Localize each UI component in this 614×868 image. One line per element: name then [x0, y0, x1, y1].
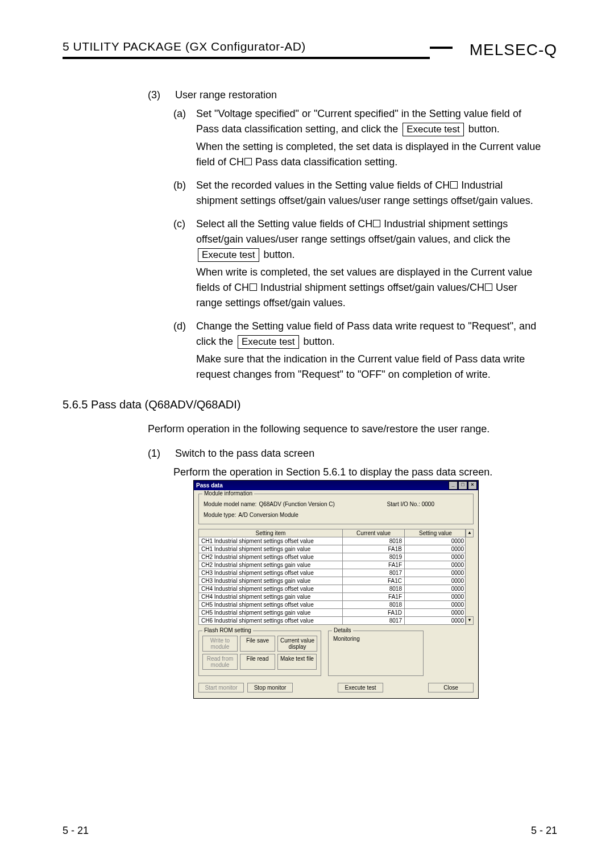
- cell-setting-item: CH5 Industrial shipment settings gain va…: [199, 609, 343, 617]
- start-monitor-button[interactable]: Start monitor: [198, 683, 244, 692]
- cell-current-value: 8018: [343, 585, 405, 593]
- channel-placeholder-icon: [373, 220, 380, 227]
- table-row[interactable]: CH6 Industrial shipment settings offset …: [199, 617, 474, 625]
- page-number-left: 5 - 21: [63, 825, 89, 837]
- cell-current-value: FA1D: [343, 609, 405, 617]
- item-d-line1a: Change the Setting value field of Pass d…: [196, 320, 536, 332]
- start-io-label: Start I/O No.:: [387, 501, 420, 507]
- close-button[interactable]: ×: [468, 481, 477, 490]
- close-dialog-button[interactable]: Close: [428, 683, 474, 692]
- cell-current-value: FA1C: [343, 577, 405, 585]
- cell-setting-value[interactable]: 0000: [405, 601, 474, 609]
- module-information-title: Module information: [202, 490, 254, 496]
- chapter-title: 5 UTILITY PACKAGE (GX Configurator-AD): [63, 40, 306, 53]
- maximize-button[interactable]: □: [458, 481, 467, 490]
- scroll-down-button[interactable]: ▼: [466, 616, 474, 625]
- sec3-title: User range restoration: [175, 87, 277, 103]
- item-c-line2b-b: Industrial shipment settings offset/gain…: [258, 282, 484, 293]
- item-a-line1b: Pass data classification setting, and cl…: [196, 123, 401, 135]
- item-c-line1b: offset/gain values/user range settings o…: [196, 233, 511, 245]
- item-d-line1b-a: click the: [196, 336, 236, 347]
- cell-current-value: FA1F: [343, 593, 405, 601]
- flash-rom-title: Flash ROM setting: [202, 627, 253, 633]
- module-type-value: A/D Conversion Module: [238, 512, 298, 518]
- cell-current-value: FA1F: [343, 561, 405, 569]
- stop-monitor-button[interactable]: Stop monitor: [247, 683, 293, 692]
- item-c-line1c: button.: [261, 249, 295, 260]
- table-scrollbar[interactable]: ▲ ▼: [465, 529, 474, 625]
- cell-current-value: 8017: [343, 617, 405, 625]
- start-io-value: 0000: [422, 501, 434, 507]
- table-row[interactable]: CH2 Industrial shipment settings offset …: [199, 553, 474, 561]
- cell-setting-value[interactable]: 0000: [405, 561, 474, 569]
- read-from-module-button[interactable]: Read from module: [202, 654, 238, 670]
- cell-setting-value[interactable]: 0000: [405, 585, 474, 593]
- brand-text: MELSEC-Q: [470, 41, 557, 59]
- channel-placeholder-icon: [450, 181, 458, 189]
- item-a-line1a: Set "Voltage specified" or "Current spec…: [196, 108, 521, 119]
- cell-setting-item: CH2 Industrial shipment settings gain va…: [199, 561, 343, 569]
- brand-mark: MELSEC-Q: [430, 41, 557, 59]
- cell-setting-value[interactable]: 0000: [405, 617, 474, 625]
- channel-placeholder-icon: [485, 283, 492, 291]
- table-row[interactable]: CH4 Industrial shipment settings offset …: [199, 585, 474, 593]
- table-row[interactable]: CH1 Industrial shipment settings offset …: [199, 537, 474, 545]
- th-setting-item: Setting item: [199, 529, 343, 537]
- cell-setting-item: CH1 Industrial shipment settings gain va…: [199, 545, 343, 553]
- make-text-file-button[interactable]: Make text file: [277, 654, 317, 670]
- execute-test-button[interactable]: Execute test: [198, 248, 259, 262]
- cell-setting-value[interactable]: 0000: [405, 569, 474, 577]
- item-d-line1b-b: button.: [301, 336, 335, 347]
- item-b-line1a-b: Industrial: [458, 180, 503, 191]
- flash-rom-group: Flash ROM setting Write to module File s…: [198, 631, 321, 676]
- current-value-display-button[interactable]: Current value display: [277, 636, 317, 652]
- table-row[interactable]: CH3 Industrial shipment settings offset …: [199, 569, 474, 577]
- cell-current-value: 8018: [343, 601, 405, 609]
- cell-setting-value[interactable]: 0000: [405, 537, 474, 545]
- details-group: Details Monitoring: [328, 631, 424, 676]
- sec565-1-number: (1): [148, 446, 165, 461]
- details-title: Details: [332, 627, 353, 633]
- table-row[interactable]: CH2 Industrial shipment settings gain va…: [199, 561, 474, 569]
- channel-placeholder-icon: [244, 158, 252, 165]
- minimize-button[interactable]: _: [449, 481, 458, 490]
- item-a-label: (a): [173, 106, 188, 170]
- pass-data-dialog: Pass data _ □ × Module information Modul…: [193, 480, 479, 699]
- item-d-line2a: Make sure that the indication in the Cur…: [196, 353, 525, 365]
- section-565-heading: 5.6.5 Pass data (Q68ADV/Q68ADI): [63, 398, 557, 411]
- table-row[interactable]: CH5 Industrial shipment settings gain va…: [199, 609, 474, 617]
- cell-setting-value[interactable]: 0000: [405, 577, 474, 585]
- page-number-right: 5 - 21: [531, 825, 557, 837]
- th-current-value: Current value: [343, 529, 405, 537]
- scroll-up-button[interactable]: ▲: [466, 529, 474, 537]
- item-d-line2b: request changes from "Request" to "OFF" …: [196, 369, 491, 380]
- item-b-line1a-a: Set the recorded values in the Setting v…: [196, 180, 450, 191]
- channel-placeholder-icon: [250, 283, 257, 291]
- table-row[interactable]: CH4 Industrial shipment settings gain va…: [199, 593, 474, 601]
- cell-setting-value[interactable]: 0000: [405, 545, 474, 553]
- cell-setting-item: CH2 Industrial shipment settings offset …: [199, 553, 343, 561]
- module-model-name-label: Module model name:: [204, 501, 256, 507]
- cell-setting-value[interactable]: 0000: [405, 593, 474, 601]
- sec565-1-title: Switch to the pass data screen: [175, 446, 314, 461]
- module-information-group: Module information Module model name: Q6…: [198, 494, 474, 524]
- cell-setting-item: CH4 Industrial shipment settings offset …: [199, 585, 343, 593]
- write-to-module-button[interactable]: Write to module: [202, 636, 238, 652]
- file-read-button[interactable]: File read: [240, 654, 275, 670]
- item-d-label: (d): [173, 319, 188, 382]
- table-row[interactable]: CH5 Industrial shipment settings offset …: [199, 601, 474, 609]
- settings-table: Setting item Current value Setting value…: [198, 529, 474, 625]
- table-row[interactable]: CH3 Industrial shipment settings gain va…: [199, 577, 474, 585]
- table-row[interactable]: CH1 Industrial shipment settings gain va…: [199, 545, 474, 553]
- cell-setting-item: CH1 Industrial shipment settings offset …: [199, 537, 343, 545]
- details-status: Monitoring: [333, 636, 418, 642]
- execute-test-button[interactable]: Execute test: [238, 335, 299, 349]
- execute-test-button[interactable]: Execute test: [338, 683, 383, 692]
- cell-setting-value[interactable]: 0000: [405, 609, 474, 617]
- item-a-line1c: button.: [466, 123, 500, 135]
- cell-setting-value[interactable]: 0000: [405, 553, 474, 561]
- file-save-button[interactable]: File save: [240, 636, 275, 652]
- sec565-1-body: Perform the operation in Section 5.6.1 t…: [173, 465, 557, 480]
- execute-test-button[interactable]: Execute test: [403, 123, 464, 136]
- sec3-number: (3): [148, 87, 165, 103]
